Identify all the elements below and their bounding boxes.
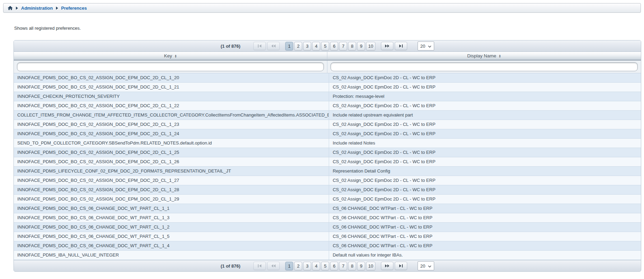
table-row[interactable]: INNOFACE_PDMS_DOC_BO_CS_06_CHANGE_DOC_WT… [14, 223, 641, 232]
last-page-button[interactable] [395, 42, 407, 50]
page-button-2[interactable]: 2 [294, 42, 302, 50]
table-row[interactable]: INNOFACE_PDMS_DOC_BO_CS_02_ASSIGN_DOC_EP… [14, 129, 641, 139]
table-row[interactable]: INNOFACE_PDMS_DOC_BO_CS_02_ASSIGN_DOC_EP… [14, 176, 641, 185]
key-filter-input[interactable] [17, 62, 324, 71]
cell-display-name: CS_02 Assign_DOC EpmDoc 2D - CL - WC to … [329, 148, 641, 157]
cell-display-name: CS_02 Assign_DOC EpmDoc 2D - CL - WC to … [329, 176, 641, 185]
table-row[interactable]: INNOFACE_PDMS_IBA_NULL_VALUE_INTEGERDefa… [14, 251, 641, 260]
table-body: INNOFACE_PDMS_DOC_BO_CS_02_ASSIGN_DOC_EP… [14, 73, 641, 260]
cell-display-name: Include related upstream equivalent part [329, 111, 641, 120]
table-row[interactable]: INNOFACE_PDMS_DOC_BO_CS_06_CHANGE_DOC_WT… [14, 241, 641, 251]
page-button-2[interactable]: 2 [294, 262, 302, 270]
cell-key: INNOFACE_PDMS_LIFECYCLE_CONF_02_EPM_DOC_… [14, 167, 329, 176]
page-button-6[interactable]: 6 [330, 262, 338, 270]
table-row[interactable]: INNOFACE_PDMS_DOC_BO_CS_02_ASSIGN_DOC_EP… [14, 83, 641, 92]
breadcrumb-item-administration[interactable]: Administration [21, 6, 53, 11]
cell-display-name: Default null values for integer IBAs. [329, 251, 641, 260]
display-name-filter-input[interactable] [330, 62, 638, 71]
cell-display-name: CS_02 Assign_DOC EpmDoc 2D - CL - WC to … [329, 101, 641, 110]
first-page-button[interactable] [253, 262, 266, 270]
cell-key: INNOFACE_PDMS_DOC_BO_CS_02_ASSIGN_DOC_EP… [14, 101, 329, 110]
rows-per-page-value: 20 [420, 44, 425, 49]
last-page-button[interactable] [395, 262, 407, 270]
dropdown-chevron-icon [428, 44, 431, 49]
table-row[interactable]: INNOFACE_PDMS_DOC_BO_CS_02_ASSIGN_DOC_EP… [14, 73, 641, 83]
cell-key: INNOFACE_PDMS_DOC_BO_CS_06_CHANGE_DOC_WT… [14, 213, 329, 222]
page-button-3[interactable]: 3 [303, 42, 311, 50]
table-row[interactable]: COLLECT_ITEMS_FROM_CHANGE_ITEM_AFFECTED_… [14, 111, 641, 120]
prev-page-icon [271, 44, 276, 48]
page-button-5[interactable]: 5 [321, 42, 329, 50]
table-row[interactable]: INNOFACE_PDMS_DOC_BO_CS_06_CHANGE_DOC_WT… [14, 204, 641, 213]
rows-per-page-value: 20 [420, 263, 425, 269]
page-button-9[interactable]: 9 [357, 262, 365, 270]
cell-display-name: CS_02 Assign_DOC EpmDoc 2D - CL - WC to … [329, 157, 641, 166]
cell-key: INNOFACE_PDMS_DOC_BO_CS_02_ASSIGN_DOC_EP… [14, 129, 329, 138]
cell-display-name: Protection: message-level [329, 92, 641, 101]
page-button-1[interactable]: 1 [285, 262, 293, 270]
paginator-current-text: (1 of 876) [221, 263, 240, 269]
prev-page-button[interactable] [267, 42, 280, 50]
next-page-button[interactable] [381, 262, 393, 270]
cell-key: INNOFACE_PDMS_DOC_BO_CS_06_CHANGE_DOC_WT… [14, 204, 329, 213]
prev-page-icon [271, 264, 276, 268]
rows-per-page-select[interactable]: 20 [418, 41, 434, 50]
cell-key: INNOFACE_PDMS_DOC_BO_CS_02_ASSIGN_DOC_EP… [14, 157, 329, 166]
last-page-icon [399, 44, 403, 48]
table-row[interactable]: INNOFACE_PDMS_DOC_BO_CS_06_CHANGE_DOC_WT… [14, 232, 641, 241]
preferences-table: (1 of 876) 12345678910 20 Key ▲▼ Display… [13, 40, 641, 272]
cell-display-name: CS_02 Assign_DOC EpmDoc 2D - CL - WC to … [329, 120, 641, 129]
table-row[interactable]: INNOFACE_PDMS_LIFECYCLE_CONF_02_EPM_DOC_… [14, 167, 641, 176]
cell-key: INNOFACE_PDMS_DOC_BO_CS_06_CHANGE_DOC_WT… [14, 223, 329, 232]
page-buttons: 12345678910 [285, 42, 375, 50]
paginator-current-text: (1 of 876) [221, 44, 240, 49]
table-filter-row [14, 61, 641, 73]
breadcrumb-item-preferences[interactable]: Preferences [61, 6, 87, 11]
page-button-4[interactable]: 4 [312, 42, 320, 50]
prev-page-button[interactable] [267, 262, 280, 270]
column-header-key[interactable]: Key ▲▼ [14, 52, 327, 60]
cell-key: SEND_TO_PDM_COLLECTOR_CATEGORY.SBSendToP… [14, 139, 329, 148]
page-button-5[interactable]: 5 [321, 262, 329, 270]
cell-display-name: CS_06 CHANGE_DOC WTPart - CL - WC to ERP [329, 223, 641, 232]
breadcrumb-separator-icon [56, 7, 58, 10]
page-button-4[interactable]: 4 [312, 262, 320, 270]
column-header-display-name[interactable]: Display Name ▲▼ [327, 52, 641, 60]
cell-display-name: CS_02 Assign_DOC EpmDoc 2D - CL - WC to … [329, 129, 641, 138]
page-button-8[interactable]: 8 [348, 262, 356, 270]
table-row[interactable]: INNOFACE_PDMS_DOC_BO_CS_02_ASSIGN_DOC_EP… [14, 185, 641, 195]
table-row[interactable]: INNOFACE_CHECKIN_PROTECTION_SEVERITYProt… [14, 92, 641, 101]
page-button-6[interactable]: 6 [330, 42, 338, 50]
next-page-button[interactable] [381, 42, 393, 50]
table-row[interactable]: SEND_TO_PDM_COLLECTOR_CATEGORY.SBSendToP… [14, 139, 641, 148]
first-page-button[interactable] [253, 42, 266, 50]
page-button-10[interactable]: 10 [366, 262, 375, 270]
table-row[interactable]: INNOFACE_PDMS_DOC_BO_CS_02_ASSIGN_DOC_EP… [14, 195, 641, 204]
table-row[interactable]: INNOFACE_PDMS_DOC_BO_CS_06_CHANGE_DOC_WT… [14, 213, 641, 223]
page-button-3[interactable]: 3 [303, 262, 311, 270]
cell-key: INNOFACE_PDMS_DOC_BO_CS_02_ASSIGN_DOC_EP… [14, 83, 329, 92]
cell-key: INNOFACE_PDMS_DOC_BO_CS_02_ASSIGN_DOC_EP… [14, 120, 329, 129]
table-row[interactable]: INNOFACE_PDMS_DOC_BO_CS_02_ASSIGN_DOC_EP… [14, 157, 641, 167]
table-row[interactable]: INNOFACE_PDMS_DOC_BO_CS_02_ASSIGN_DOC_EP… [14, 120, 641, 129]
cell-key: COLLECT_ITEMS_FROM_CHANGE_ITEM_AFFECTED_… [14, 111, 329, 120]
cell-key: INNOFACE_CHECKIN_PROTECTION_SEVERITY [14, 92, 329, 101]
page-button-7[interactable]: 7 [339, 42, 347, 50]
cell-display-name: CS_06 CHANGE_DOC WTPart - CL - WC to ERP [329, 241, 641, 250]
table-row[interactable]: INNOFACE_PDMS_DOC_BO_CS_02_ASSIGN_DOC_EP… [14, 101, 641, 111]
cell-display-name: Include related Notes [329, 139, 641, 148]
table-row[interactable]: INNOFACE_PDMS_DOC_BO_CS_02_ASSIGN_DOC_EP… [14, 148, 641, 157]
cell-display-name: CS_02 Assign_DOC EpmDoc 2D - CL - WC to … [329, 195, 641, 204]
page-button-8[interactable]: 8 [348, 42, 356, 50]
page-button-7[interactable]: 7 [339, 262, 347, 270]
page-button-9[interactable]: 9 [357, 42, 365, 50]
column-header-key-label: Key [164, 53, 172, 58]
first-page-icon [258, 264, 262, 268]
cell-display-name: CS_06 CHANGE_DOC WTPart - CL - WC to ERP [329, 213, 641, 222]
page-button-10[interactable]: 10 [366, 42, 375, 50]
page-button-1[interactable]: 1 [285, 42, 293, 50]
page-buttons: 12345678910 [285, 262, 375, 270]
cell-display-name: CS_06 CHANGE_DOC WTPart - CL - WC to ERP [329, 232, 641, 241]
rows-per-page-select[interactable]: 20 [418, 261, 434, 270]
home-icon[interactable] [8, 6, 13, 10]
